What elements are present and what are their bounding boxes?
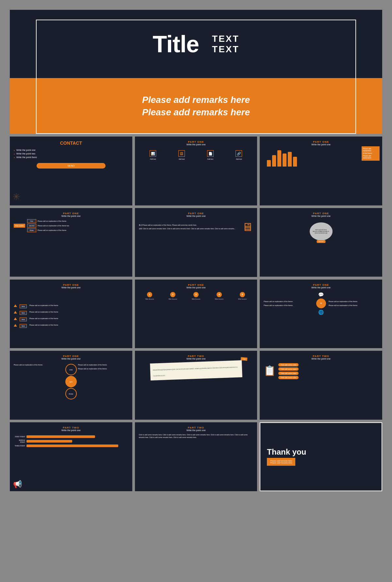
timeline-arrow-4 [14,324,17,327]
send-button[interactable]: SEND [37,163,105,169]
slide3-sub: Write the point one [264,143,378,146]
box-text3: Please add explanation [363,155,378,159]
speech-bubble: BEVCQQCBCNCIE BIESVFUQPAWCBCRBEJC OBUCQC… [310,222,333,240]
slide12-part: PART TWO [264,355,378,358]
hbar-fill-1 [26,435,95,438]
chart-side-box: Please add explanation of the theme Plea… [362,146,380,161]
slide8-sub: Write the point one [139,286,253,289]
slide2-part: PART ONE [139,140,253,143]
timeline-item-1: time Please add an explanation of the th… [14,304,128,308]
slide-keypoint: PART ONE Write the point one Key point f… [10,208,132,277]
slide14-part: PART TWO [139,426,253,429]
slide9-text3: Please add an explanation of the theme. [329,300,378,302]
circle-two: two [65,376,77,387]
slide-hbar: PART TWO Write the point one FIRST POINT… [10,422,132,491]
slide9-text1: Please add an explanation of the theme. [264,300,313,302]
bar-1 [267,160,271,167]
slide9-icon-top: 💬 [318,292,324,297]
orange-bar-3: Think add some notes [278,372,298,375]
slide-circles: PART ONE Write the point one Please add … [10,351,132,420]
hbar-chart: FIRST POINT MIDDLE POINT THIRD POINT [14,435,128,447]
slide12-sub: Write the point one [264,358,378,360]
slide10-part: PART ONE [14,355,128,358]
bubble-text: BEVCQQCBCNCIE BIESVFUQPAWCBCRBEJC OBUCQC… [312,229,330,234]
step-num-3: 3 [193,292,199,297]
bar-2 [272,155,276,167]
slide-bubble: PART ONE Write the point one BEVCQQCBCNC… [260,208,382,277]
step-text-1: Write the point [145,298,154,300]
steps-row: 1 Write the point 2 Write the point 3 Wr… [139,292,253,300]
slide-board: PART TWO Write the point one 📋 Think add… [260,351,382,420]
slide9-icon-bottom: 🌐 [318,310,324,315]
circle-three: three [65,388,77,399]
orange-bars: Think add some notes Think add some note… [278,363,298,379]
timeline-arrow-1 [14,304,17,307]
circle-one: one [65,364,77,375]
text-block: Click to add some remarks here. Click to… [139,433,253,439]
slide-contact: CONTACT Write the point one Write the po… [10,137,132,205]
slide-icons: PART ONE Write the point one 📊 Add text … [135,137,257,205]
timeline-label-4: time [20,324,27,328]
step-num-4: 4 [217,292,222,297]
board-icon: 📋 [264,365,276,376]
slide13-sub: Write the point one [14,429,128,431]
slide10-circles: one two three [65,364,77,399]
slide7-sub: Write the point one [14,286,128,289]
box-text1: Please add explanation [363,148,378,152]
note-text: DRUWVBGVQQFGBVQWGEFUQVW CGEYWYIFGVECQGCU… [153,366,238,377]
key-badge: THE KEY [317,240,325,243]
slide5-body2: 说明: Click to add some remarks here. Clic… [139,228,239,230]
bar-chart [264,150,378,167]
slide10-text3: Please add an explanation of the theme. [78,368,128,370]
slide-textblock: PART TWO Write the point one Click to ad… [135,422,257,491]
slide3-part: PART ONE [264,140,378,143]
step-num-1: 1 [147,292,152,297]
step-num-5: 5 [240,292,245,297]
step-1: 1 Write the point [139,292,161,300]
key-row-3-text: Please add an explanation of the theme [38,229,128,231]
key-row-3-label: three [27,228,36,232]
step-text-3: Write the point [192,298,200,300]
speaker-icon: 📢 [13,480,22,489]
key-table: Key point first Please add an explanatio… [14,219,128,232]
step-text-2: Write the point [169,298,177,300]
slide6-part: PART ONE [264,212,378,215]
step-3: 3 Write the point [185,292,207,300]
slide10-left: Please add an explanation of the theme. [14,364,64,366]
timeline-item-3: time Please add an explanation of the th… [14,317,128,321]
image-icon: 🖼 [178,150,185,157]
page-wrapper: Title TEXT TEXT Please add remarks here … [0,0,392,501]
thankyou-orange-block: Please add remarks here Please add remar… [267,458,295,466]
timeline-text-2: Please add an explanation of the theme [29,311,128,313]
note-paper: DRUWVBGVQQFGBVQWGEFUQVW CGEYWYIFGVECQGCU… [150,360,242,380]
step-text-5: Write the point [238,298,247,300]
slide4-sub: Write the point one [14,215,128,217]
timeline-label-2: time [20,311,27,315]
slide9-sub: Write the point one [264,286,378,289]
slide8-part: PART ONE [139,283,253,286]
slide9-text2: Please add an explanation of the theme. [264,304,313,306]
icon-box-2: 🖼 Add text [178,150,185,160]
slide-steps: PART ONE Write the point one 1 Write the… [135,280,257,348]
icon-text-2: Add text [179,158,185,160]
slides-grid: CONTACT Write the point one Write the po… [10,137,382,491]
key-row-2-text: Please add an explanation of the theme t… [38,225,128,227]
thankyou-title: Thank you [267,447,306,457]
orange-bar-2: Think add some notes [278,367,298,371]
slide11-part: PART TWO [139,355,253,358]
timeline-arrow-2 [14,311,17,314]
hero-slide: Title TEXT TEXT Please add remarks here … [10,10,382,134]
slide5-part: PART ONE [139,212,253,215]
key-rows: first Please add an explanation of the t… [27,219,128,232]
slide6-sub: Write the point one [264,215,378,217]
slide6-content: BEVCQQCBCNCIE BIESVFUQPAWCBCRBEJC OBUCQC… [264,222,378,240]
icon-box-3: 📄 Add text [207,150,214,160]
step-num-2: 2 [170,292,175,297]
hbar-label-3: THIRD POINT [14,445,25,447]
timeline-label-1: time [20,304,27,308]
slide-thankyou: Thank you Please add remarks here Please… [260,422,382,491]
slide10-content: Please add an explanation of the theme. … [14,364,128,399]
step-2: 2 Write the point [162,292,184,300]
slide5-sub: Write the point one [139,215,253,217]
key-row-1: first Please add an explanation of the t… [27,219,128,223]
